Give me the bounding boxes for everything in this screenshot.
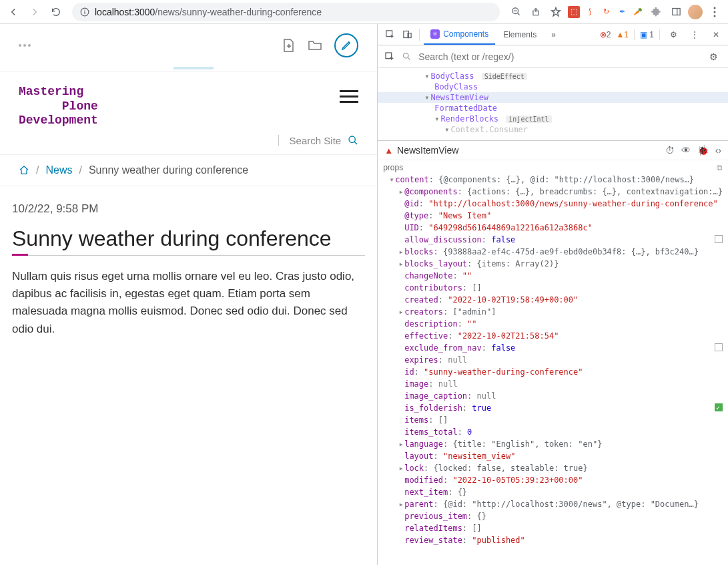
site-search[interactable]: Search Site	[278, 135, 359, 146]
reload-button[interactable]	[48, 4, 64, 20]
inspector-header: ▲ NewsItemView ⏱ 👁 🐞 ‹›	[378, 140, 728, 160]
edit-pen-button[interactable]	[334, 33, 358, 57]
component-search-row: ⚙	[378, 45, 728, 68]
bool-checkbox[interactable]	[715, 403, 723, 411]
warning-icon: ▲	[384, 146, 393, 156]
svg-point-2	[84, 9, 85, 10]
svg-line-5	[517, 13, 519, 15]
site-logo[interactable]: Mastering Plone Development	[19, 85, 98, 128]
ext-svelte-icon[interactable]: ⟆	[584, 6, 596, 18]
chrome-menu-icon[interactable]	[707, 4, 723, 20]
react-icon: ⚛	[430, 29, 440, 39]
bool-checkbox[interactable]	[715, 343, 723, 351]
tab-elements[interactable]: Elements	[496, 24, 543, 45]
devtools-settings-icon[interactable]: ⚙	[665, 27, 681, 43]
zoom-out-icon[interactable]	[508, 4, 524, 20]
inspect-element-icon[interactable]	[382, 27, 398, 43]
ext-carrot-icon[interactable]: 🥕	[632, 6, 644, 18]
code-icon[interactable]: ‹›	[715, 145, 721, 156]
page-content-pane: Mastering Plone Development Search Site …	[0, 24, 378, 565]
inspector-title: NewsItemView	[397, 145, 458, 156]
svg-point-10	[714, 11, 716, 13]
error-badge[interactable]: ⊗2	[600, 30, 611, 39]
svg-point-20	[404, 53, 409, 59]
device-toggle-icon[interactable]	[399, 27, 415, 43]
tree-newsitemview[interactable]: ▾NewsItemView	[378, 92, 728, 103]
tab-components[interactable]: ⚛Components	[424, 24, 495, 45]
ext-reload-icon[interactable]: ↻	[600, 6, 612, 18]
tree-settings-icon[interactable]: ⚙	[705, 49, 721, 65]
browser-toolbar: localhost:3000/news/sunny-weather-during…	[0, 0, 728, 24]
svg-rect-7	[672, 9, 679, 15]
search-icon	[348, 135, 358, 146]
article-body: Nullam quis risus eget urna mollis ornar…	[12, 268, 365, 338]
url-text: localhost:3000/news/sunny-weather-during…	[95, 7, 322, 17]
plone-edit-toolbar	[0, 24, 377, 67]
bool-checkbox[interactable]	[715, 235, 723, 243]
svg-point-14	[349, 136, 355, 142]
devtools-pane: ⚛Components Elements » ⊗2 ▲1 ▣ 1 ⚙ ⋮ ✕ ⚙…	[378, 24, 728, 565]
copy-props-icon[interactable]: ⧉	[717, 163, 723, 172]
hamburger-menu-icon[interactable]	[340, 90, 358, 103]
folder-icon[interactable]	[308, 38, 322, 53]
message-badge[interactable]: ▣ 1	[640, 30, 654, 39]
add-page-icon[interactable]	[281, 38, 296, 53]
publish-date: 10/2/22, 9:58 PM	[12, 202, 365, 216]
svg-line-15	[354, 142, 357, 144]
warning-badge[interactable]: ▲1	[616, 30, 629, 39]
devtools-close-icon[interactable]: ✕	[708, 27, 724, 43]
component-search-input[interactable]	[418, 51, 699, 62]
eye-icon[interactable]: 👁	[681, 145, 691, 156]
profile-avatar[interactable]	[688, 5, 703, 19]
bug-icon[interactable]: 🐞	[697, 145, 709, 156]
extensions-icon[interactable]	[648, 4, 664, 20]
devtools-menu-icon[interactable]: ⋮	[687, 27, 703, 43]
address-bar[interactable]: localhost:3000/news/sunny-weather-during…	[72, 3, 500, 21]
suspend-icon[interactable]: ⏱	[665, 145, 675, 156]
info-icon	[80, 7, 89, 17]
back-button[interactable]	[5, 4, 21, 20]
share-icon[interactable]	[528, 4, 544, 20]
bookmark-star-icon[interactable]	[548, 4, 564, 20]
pick-icon[interactable]	[384, 51, 395, 62]
search-placeholder: Search Site	[290, 135, 342, 146]
home-icon[interactable]	[19, 165, 29, 176]
devtools-tabbar: ⚛Components Elements » ⊗2 ▲1 ▣ 1 ⚙ ⋮ ✕	[378, 24, 728, 45]
component-tree[interactable]: ▾BodyClass SideEffect BodyClass ▾NewsIte…	[378, 68, 728, 140]
breadcrumb-link-news[interactable]: News	[45, 164, 72, 176]
props-panel[interactable]: props⧉ ▾content: {@components: {…}, @id:…	[378, 160, 728, 565]
page-title: Sunny weather during conference	[12, 226, 365, 256]
ext-webdev-icon[interactable]: ⬚	[568, 6, 580, 18]
svg-point-11	[714, 15, 716, 17]
more-dots-icon[interactable]	[19, 44, 31, 47]
tab-more[interactable]: »	[544, 24, 563, 45]
ext-feather-icon[interactable]: ✒	[616, 6, 628, 18]
breadcrumb: / News / Sunny weather during conference	[0, 154, 377, 186]
svg-point-9	[714, 7, 716, 9]
search-icon	[402, 51, 412, 61]
breadcrumb-current: Sunny weather during conference	[89, 164, 248, 176]
svg-line-21	[408, 57, 410, 59]
toolbar-right: ⬚ ⟆ ↻ ✒ 🥕	[508, 4, 723, 20]
forward-button[interactable]	[27, 4, 43, 20]
side-panel-icon[interactable]	[668, 4, 684, 20]
